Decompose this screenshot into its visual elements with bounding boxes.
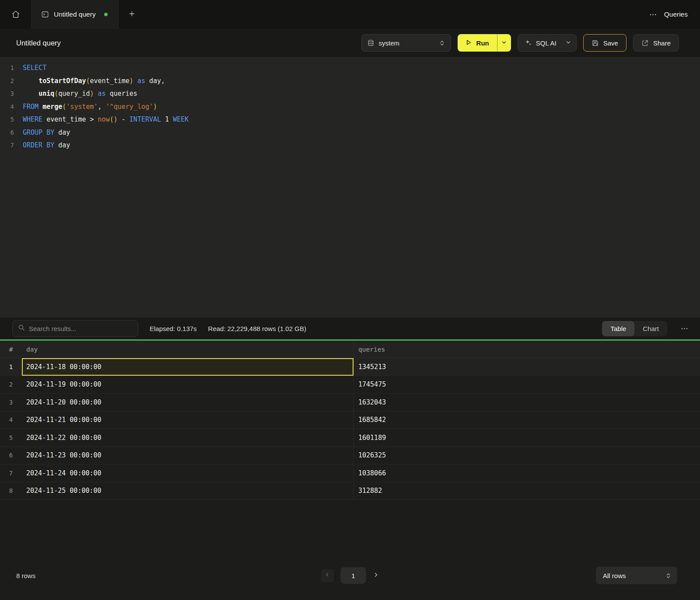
tab-title: Untitled query xyxy=(54,10,96,18)
chevron-down-icon xyxy=(501,39,507,47)
sql-editor[interactable]: 1SELECT2 toStartOfDay(event_time) as day… xyxy=(0,57,700,317)
results-table: # day queries 12024-11-18 00:00:00134521… xyxy=(0,341,700,500)
run-button-label: Run xyxy=(476,39,489,47)
table-header-row: # day queries xyxy=(0,341,700,358)
results-toolbar: Elapsed: 0.137s Read: 22,229,488 rows (1… xyxy=(0,317,700,339)
code-line: 7ORDER BY day xyxy=(0,139,700,152)
code-line: 2 toStartOfDay(event_time) as day, xyxy=(0,75,700,88)
table-row[interactable]: 22024-11-19 00:00:001745475 xyxy=(0,376,700,394)
chevron-right-icon xyxy=(373,572,379,580)
line-number: 5 xyxy=(0,113,23,126)
code-text: ORDER BY day xyxy=(23,139,70,152)
queries-link[interactable]: Queries xyxy=(664,10,688,18)
read-stat: Read: 22,229,488 rows (1.02 GB) xyxy=(208,325,306,332)
table-row[interactable]: 12024-11-18 00:00:001345213 xyxy=(0,358,700,376)
cell-queries[interactable]: 1745475 xyxy=(354,376,700,394)
sql-console-app: Untitled query Queries Untitled query sy… xyxy=(0,0,700,600)
cell-queries[interactable]: 1038066 xyxy=(354,464,700,482)
code-text: GROUP BY day xyxy=(23,126,70,140)
run-button-group: Run xyxy=(458,34,511,52)
rows-per-page-selector[interactable]: All rows xyxy=(596,567,677,584)
plus-icon xyxy=(128,10,136,19)
updown-chevrons-icon xyxy=(439,40,445,46)
search-results-input[interactable] xyxy=(29,325,133,332)
cell-day[interactable]: 2024-11-19 00:00:00 xyxy=(22,376,354,394)
cell-day[interactable]: 2024-11-20 00:00:00 xyxy=(22,394,354,411)
table-row[interactable]: 72024-11-24 00:00:001038066 xyxy=(0,464,700,482)
tab-bar: Untitled query Queries xyxy=(0,0,700,29)
row-number-cell: 5 xyxy=(0,429,22,447)
next-page-button[interactable] xyxy=(373,572,379,580)
view-tab-table[interactable]: Table xyxy=(602,321,634,336)
cell-day[interactable]: 2024-11-24 00:00:00 xyxy=(22,464,354,482)
share-icon xyxy=(641,39,649,47)
cell-queries[interactable]: 1345213 xyxy=(354,358,700,376)
cell-day[interactable]: 2024-11-18 00:00:00 xyxy=(22,358,354,376)
current-page-button[interactable]: 1 xyxy=(341,567,366,584)
run-button[interactable]: Run xyxy=(458,34,497,52)
new-tab-button[interactable] xyxy=(119,0,146,29)
home-button[interactable] xyxy=(0,0,32,29)
line-number: 1 xyxy=(0,62,23,75)
table-row[interactable]: 52024-11-22 00:00:001601189 xyxy=(0,429,700,447)
query-tab-icon xyxy=(41,10,49,18)
tab-untitled-query[interactable]: Untitled query xyxy=(32,0,119,29)
line-number: 2 xyxy=(0,75,23,88)
table-body: 12024-11-18 00:00:00134521322024-11-19 0… xyxy=(0,358,700,500)
unsaved-indicator-dot xyxy=(104,13,108,16)
home-icon xyxy=(11,10,20,19)
header-day: day xyxy=(22,341,354,358)
run-options-dropdown[interactable] xyxy=(497,34,511,52)
table-row[interactable]: 82024-11-25 00:00:00312882 xyxy=(0,482,700,500)
line-number: 7 xyxy=(0,139,23,152)
table-row[interactable]: 42024-11-21 00:00:001685842 xyxy=(0,412,700,429)
code-text: uniq(query_id) as queries xyxy=(23,87,137,101)
sql-ai-dropdown[interactable] xyxy=(560,35,576,51)
cell-day[interactable]: 2024-11-22 00:00:00 xyxy=(22,429,354,447)
row-number-cell: 7 xyxy=(0,464,22,482)
table-row[interactable]: 62024-11-23 00:00:001026325 xyxy=(0,447,700,465)
header-row-number: # xyxy=(0,346,22,353)
query-title: Untitled query xyxy=(16,39,61,47)
code-line: 6GROUP BY day xyxy=(0,126,700,140)
chevron-down-icon xyxy=(565,39,571,47)
row-number-cell: 8 xyxy=(0,482,22,500)
code-lines: 1SELECT2 toStartOfDay(event_time) as day… xyxy=(0,62,700,152)
search-icon xyxy=(18,324,25,333)
query-toolbar: Untitled query system Run xyxy=(0,29,700,57)
rows-per-page-value: All rows xyxy=(603,572,626,579)
sql-ai-button[interactable]: SQL AI xyxy=(518,34,577,52)
cell-queries[interactable]: 312882 xyxy=(354,482,700,500)
row-number-cell: 2 xyxy=(0,376,22,394)
line-number: 6 xyxy=(0,126,23,140)
save-button[interactable]: Save xyxy=(583,34,626,52)
save-icon xyxy=(592,39,599,47)
sparkles-icon xyxy=(524,39,532,47)
cell-day[interactable]: 2024-11-23 00:00:00 xyxy=(22,447,354,464)
view-toggle: Table Chart xyxy=(602,321,667,336)
code-line: 3 uniq(query_id) as queries xyxy=(0,87,700,101)
cell-day[interactable]: 2024-11-25 00:00:00 xyxy=(22,482,354,500)
code-line: 1SELECT xyxy=(0,62,700,75)
row-count-label: 8 rows xyxy=(16,572,35,579)
cell-queries[interactable]: 1601189 xyxy=(354,429,700,447)
results-options-button[interactable] xyxy=(679,323,690,335)
code-text: SELECT xyxy=(23,62,46,75)
pagination: 1 xyxy=(321,567,379,584)
table-row[interactable]: 32024-11-20 00:00:001632043 xyxy=(0,394,700,412)
cell-queries[interactable]: 1026325 xyxy=(354,447,700,464)
elapsed-stat: Elapsed: 0.137s xyxy=(150,325,197,332)
header-queries: queries xyxy=(354,341,700,358)
cell-queries[interactable]: 1685842 xyxy=(354,412,700,429)
previous-page-button[interactable] xyxy=(321,569,334,582)
line-number: 3 xyxy=(0,87,23,101)
cell-queries[interactable]: 1632043 xyxy=(354,394,700,411)
sql-ai-label: SQL AI xyxy=(536,39,556,47)
overflow-menu-button[interactable] xyxy=(649,10,657,19)
cell-day[interactable]: 2024-11-21 00:00:00 xyxy=(22,412,354,429)
view-tab-chart[interactable]: Chart xyxy=(634,321,667,336)
database-selector[interactable]: system xyxy=(361,34,451,52)
row-number-cell: 1 xyxy=(0,358,22,376)
share-button[interactable]: Share xyxy=(633,34,679,52)
tab-bar-right: Queries xyxy=(649,0,700,29)
